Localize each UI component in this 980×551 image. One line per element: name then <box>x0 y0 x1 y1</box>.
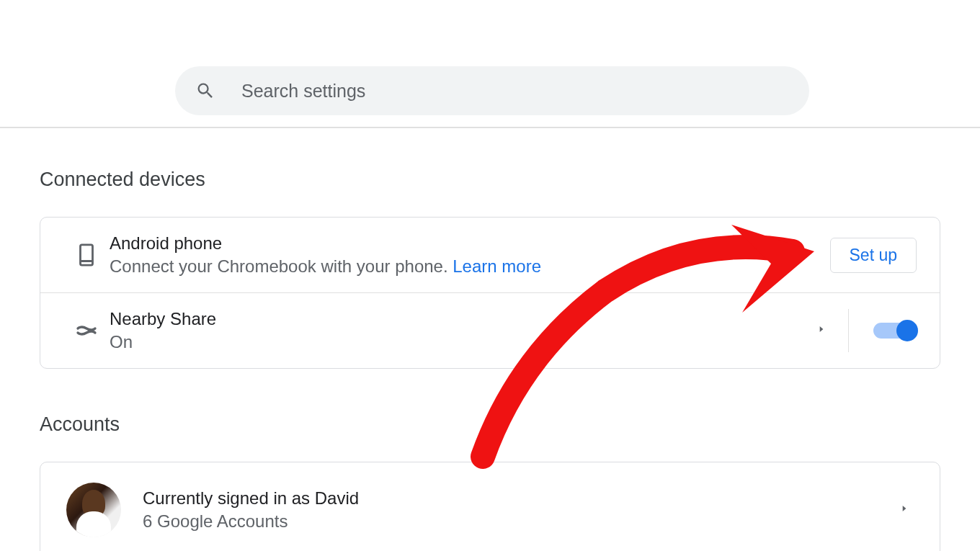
account-subtitle: 6 Google Accounts <box>143 511 885 532</box>
nearby-share-status: On <box>110 332 802 352</box>
phone-icon <box>63 243 110 267</box>
nearby-share-toggle-wrap <box>848 309 917 352</box>
chevron-right-icon <box>816 324 827 337</box>
accounts-card: Currently signed in as David 6 Google Ac… <box>40 462 940 551</box>
android-phone-row[interactable]: Android phone Connect your Chromebook wi… <box>40 218 940 292</box>
toggle-knob <box>896 320 918 341</box>
header-bar <box>0 0 980 128</box>
account-title: Currently signed in as David <box>143 488 885 509</box>
connected-devices-title: Connected devices <box>40 169 940 191</box>
connected-devices-card: Android phone Connect your Chromebook wi… <box>40 217 940 369</box>
search-settings[interactable] <box>175 66 809 115</box>
avatar <box>66 483 121 537</box>
settings-content: Connected devices Android phone Connect … <box>0 128 980 551</box>
nearby-share-icon <box>63 318 110 344</box>
search-icon <box>195 81 215 101</box>
nearby-share-row[interactable]: Nearby Share On <box>40 292 940 368</box>
android-phone-subtitle-text: Connect your Chromebook with your phone. <box>110 256 453 276</box>
learn-more-link[interactable]: Learn more <box>453 256 541 276</box>
android-phone-title: Android phone <box>110 233 830 254</box>
chevron-right-icon <box>899 503 909 516</box>
android-phone-subtitle: Connect your Chromebook with your phone.… <box>110 256 830 277</box>
search-input[interactable] <box>241 81 789 102</box>
android-phone-text: Android phone Connect your Chromebook wi… <box>110 233 830 277</box>
account-text: Currently signed in as David 6 Google Ac… <box>143 488 885 532</box>
accounts-title: Accounts <box>40 413 940 436</box>
nearby-share-title: Nearby Share <box>110 309 802 329</box>
nearby-share-text: Nearby Share On <box>110 309 802 352</box>
nearby-share-toggle[interactable] <box>873 323 917 339</box>
set-up-button[interactable]: Set up <box>830 238 917 273</box>
current-account-row[interactable]: Currently signed in as David 6 Google Ac… <box>40 462 940 551</box>
